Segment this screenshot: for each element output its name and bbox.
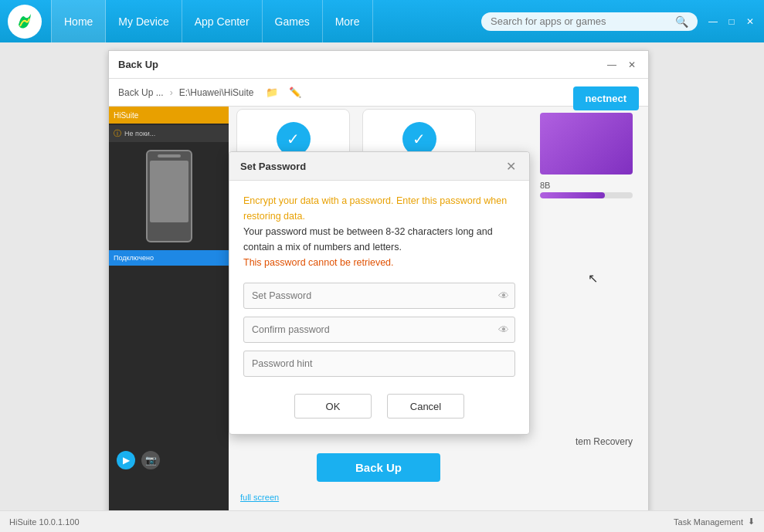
backup-button-label: Back Up	[355, 461, 402, 474]
confirm-password-eye-icon[interactable]: 👁	[498, 324, 509, 336]
backup-button[interactable]: Back Up	[317, 453, 440, 482]
window-minimize-btn[interactable]: —	[605, 58, 619, 72]
storage-fill	[540, 192, 605, 198]
storage-bar	[540, 192, 633, 198]
window-title: Back Up	[118, 59, 158, 70]
dialog-body: Encrypt your data with a password. Enter…	[229, 181, 529, 434]
window-buttons: — ✕	[605, 58, 639, 72]
confirm-password-field: 👁	[243, 317, 515, 343]
edit-icon[interactable]: ✏️	[289, 86, 301, 98]
close-icon[interactable]: ✕	[744, 15, 756, 28]
password-hint-input[interactable]	[243, 351, 515, 377]
nav-more[interactable]: More	[323, 0, 373, 42]
dialog-message: Encrypt your data with a password. Enter…	[243, 193, 515, 270]
breadcrumb-start: Back Up ...	[118, 87, 164, 98]
search-input[interactable]	[491, 15, 675, 27]
bottom-bar: HiSuite 10.0.1.100 Task Management ⬇	[0, 510, 764, 532]
logo	[8, 5, 42, 39]
connect-button[interactable]: nectnect	[573, 86, 639, 110]
notice-text: Не поки...	[124, 130, 155, 137]
play-icon[interactable]: ▶	[117, 451, 135, 469]
set-password-field: 👁	[243, 283, 515, 309]
breadcrumb-bar: Back Up ... › E:\Huawei\HiSuite 📁 ✏️ ✓ S…	[109, 79, 648, 107]
main-window: Back Up — ✕ Back Up ... › E:\Huawei\HiSu…	[108, 50, 649, 513]
nav-home[interactable]: Home	[51, 0, 106, 42]
dialog-msg3: This password cannot be retrieved.	[243, 257, 394, 268]
version-label: HiSuite 10.0.1.100	[9, 517, 80, 527]
folder-icon[interactable]: 📁	[266, 86, 278, 98]
task-mgmt-area[interactable]: Task Management ⬇	[674, 517, 755, 527]
phone-sidebar: HiSuite ⓘ Не поки... Подключено ▶ 📷	[109, 107, 229, 516]
nav-items: Home My Device App Center Games More	[51, 0, 472, 42]
set-password-dialog: Set Password ✕ Encrypt your data with a …	[229, 151, 530, 435]
dialog-msg1: Encrypt your data with a password. Enter…	[243, 195, 507, 222]
breadcrumb-path: E:\Huawei\HiSuite	[179, 87, 254, 98]
search-icon: 🔍	[675, 15, 688, 28]
nav-app-center[interactable]: App Center	[182, 0, 263, 42]
dialog-title-bar: Set Password ✕	[229, 152, 529, 181]
storage-area: 8B	[540, 113, 633, 198]
set-password-input[interactable]	[243, 283, 515, 309]
ok-button[interactable]: OK	[294, 394, 372, 418]
storage-size-label: 8B	[540, 181, 633, 190]
password-eye-icon[interactable]: 👁	[498, 290, 509, 302]
connected-text: Подключено	[114, 254, 154, 262]
dialog-actions: OK Cancel	[243, 385, 515, 423]
task-mgmt-label: Task Management	[674, 517, 743, 527]
nav-my-device[interactable]: My Device	[106, 0, 182, 42]
window-close-btn[interactable]: ✕	[625, 58, 639, 72]
password-hint-field	[243, 351, 515, 377]
confirm-password-input[interactable]	[243, 317, 515, 343]
dialog-msg2: Your password must be between 8-32 chara…	[243, 226, 493, 252]
download-icon: ⬇	[748, 517, 755, 527]
top-bar: Home My Device App Center Games More 🔍 —…	[0, 0, 764, 42]
cancel-button[interactable]: Cancel	[387, 394, 464, 418]
nav-games[interactable]: Games	[263, 0, 323, 42]
screenshot-icon[interactable]: 📷	[141, 451, 160, 469]
cursor-indicator: ↖	[588, 271, 598, 286]
search-bar[interactable]: 🔍	[481, 12, 698, 31]
dialog-close-button[interactable]: ✕	[503, 158, 518, 174]
win-controls: — □ ✕	[707, 15, 756, 28]
hisuite-label: HiSuite	[114, 111, 138, 120]
window-title-bar: Back Up — ✕	[109, 51, 648, 79]
full-screen-link[interactable]: full screen	[240, 493, 279, 502]
dialog-title: Set Password	[240, 161, 306, 172]
breadcrumb-separator: ›	[170, 87, 173, 98]
system-recovery-label: tem Recovery	[576, 436, 633, 447]
minimize-icon[interactable]: —	[707, 15, 719, 28]
maximize-icon[interactable]: □	[725, 15, 738, 28]
